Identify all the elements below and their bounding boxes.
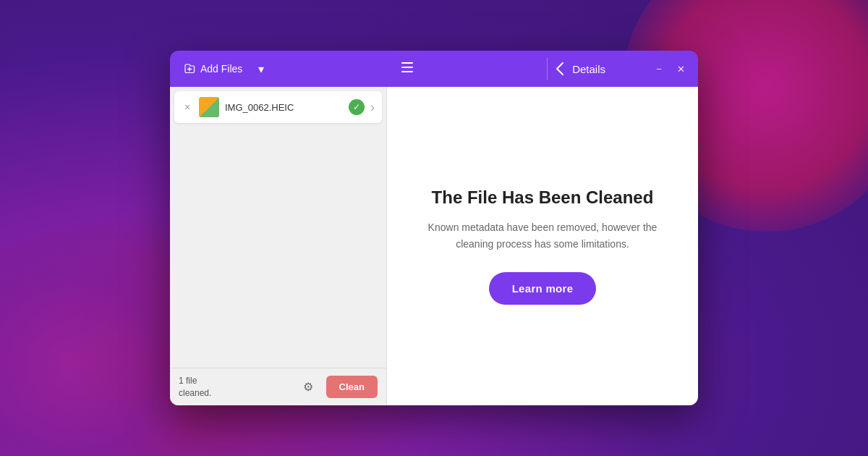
minimize-button[interactable]: − bbox=[649, 59, 669, 79]
titlebar-right: Details − ✕ bbox=[548, 59, 698, 79]
details-panel-title: Details bbox=[572, 63, 649, 75]
learn-more-button[interactable]: Learn more bbox=[489, 272, 597, 305]
status-text: 1 file cleaned. bbox=[179, 375, 290, 400]
close-button[interactable]: ✕ bbox=[671, 59, 691, 79]
right-panel: The File Has Been Cleaned Known metadata… bbox=[387, 87, 698, 405]
clean-button[interactable]: Clean bbox=[326, 376, 378, 398]
dropdown-arrow-icon[interactable]: ▾ bbox=[252, 60, 270, 77]
app-window: Add Files ▾ bbox=[170, 51, 698, 405]
svg-rect-2 bbox=[401, 71, 413, 72]
file-type-icon bbox=[199, 97, 219, 117]
file-arrow-icon: › bbox=[370, 100, 375, 115]
window-controls: − ✕ bbox=[649, 59, 691, 79]
settings-button[interactable]: ⚙ bbox=[297, 376, 319, 398]
main-content: × IMG_0062.HEIC ✓ › 1 fil bbox=[170, 87, 698, 405]
cleaned-heading: The File Has Been Cleaned bbox=[432, 187, 654, 208]
titlebar: Add Files ▾ bbox=[170, 51, 698, 87]
svg-rect-0 bbox=[401, 62, 413, 64]
svg-rect-1 bbox=[401, 67, 413, 68]
add-files-label: Add Files bbox=[200, 63, 242, 75]
left-panel: × IMG_0062.HEIC ✓ › 1 fil bbox=[170, 87, 387, 405]
add-files-button[interactable]: Add Files bbox=[179, 59, 247, 78]
back-button[interactable] bbox=[548, 59, 572, 78]
bottom-bar: 1 file cleaned. ⚙ Clean bbox=[170, 368, 386, 405]
file-name: IMG_0062.HEIC bbox=[225, 102, 343, 113]
file-list: × IMG_0062.HEIC ✓ › bbox=[170, 87, 386, 368]
titlebar-left: Add Files ▾ bbox=[170, 59, 547, 78]
file-status-cleaned-icon: ✓ bbox=[349, 99, 365, 115]
add-files-icon bbox=[183, 62, 196, 75]
cleaned-subtext: Known metadata have been removed, howeve… bbox=[416, 219, 669, 252]
file-item[interactable]: × IMG_0062.HEIC ✓ › bbox=[174, 91, 382, 123]
hamburger-menu-icon[interactable] bbox=[396, 59, 419, 78]
remove-file-button[interactable]: × bbox=[182, 101, 193, 113]
